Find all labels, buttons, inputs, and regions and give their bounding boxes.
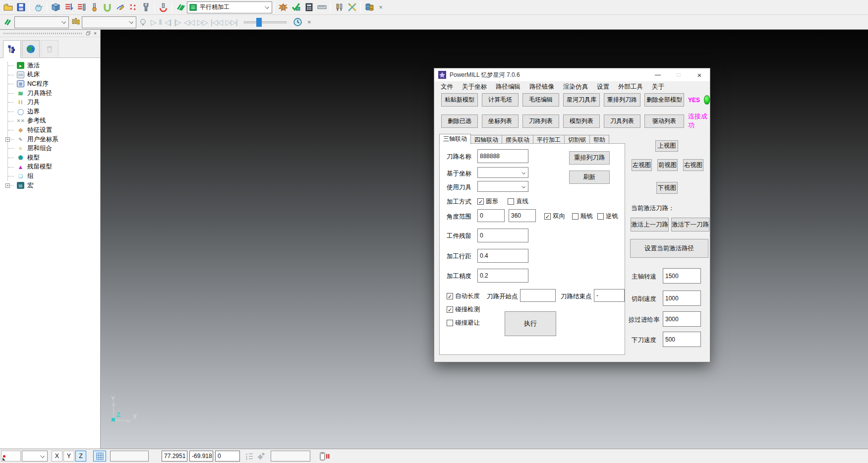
swap-axes-icon[interactable] — [346, 1, 358, 14]
toolpath-name-input[interactable]: 888888 — [477, 149, 528, 163]
refresh-button[interactable]: 刷新 — [569, 171, 610, 184]
panel-grip-handle[interactable] — [3, 33, 83, 34]
toolpath-list-button[interactable]: 刀路列表 — [522, 115, 559, 128]
step-back-icon[interactable]: ◁| — [163, 18, 173, 27]
collision-check-checkbox[interactable]: ✓碰撞检测 — [447, 305, 480, 314]
stock-edit-button[interactable]: 毛坯编辑 — [522, 93, 559, 107]
tool-holder-icon[interactable] — [139, 1, 152, 14]
feature-set-icon[interactable] — [126, 1, 139, 14]
view-front-button[interactable]: 前视图 — [657, 159, 678, 171]
tool-pair-icon[interactable] — [333, 1, 346, 14]
close-icon[interactable]: × — [689, 68, 710, 81]
cursor-y-field[interactable]: -69.918 — [189, 451, 213, 462]
nc-program-icon[interactable] — [75, 1, 88, 14]
model-list-button[interactable]: 模型列表 — [563, 115, 600, 128]
tree-item-nc-program[interactable]: ≣NC程序 — [5, 79, 100, 89]
minimize-icon[interactable]: — — [647, 68, 668, 81]
tree-item-boundaries[interactable]: ◯边界 — [5, 107, 100, 116]
marker-tool-button[interactable] — [1, 451, 21, 462]
mode-line-checkbox[interactable]: 直线 — [508, 197, 528, 206]
collision-check-icon[interactable] — [157, 1, 170, 14]
view-top-button[interactable]: 上视图 — [655, 140, 678, 152]
rearrange-toolpaths-button[interactable]: 重排列刀路 — [604, 93, 640, 107]
step-forward-icon[interactable]: |▷ — [173, 18, 182, 27]
status-combo[interactable] — [22, 451, 48, 462]
toolbar-close-icon[interactable]: × — [376, 2, 386, 12]
tree-item-tools[interactable]: ⌇⌇刀具 — [5, 98, 100, 107]
grid-snap-button[interactable] — [93, 451, 106, 462]
spindle-speed-input[interactable]: 1500 — [663, 268, 701, 284]
calculator-icon[interactable] — [302, 1, 315, 14]
tree-item-activate[interactable]: ▸激活 — [5, 61, 100, 70]
delete-selected-button[interactable]: 删除已选 — [441, 115, 478, 128]
block-icon[interactable] — [49, 1, 62, 14]
rearrange-toolpaths-button-2[interactable]: 重排列刀路 — [569, 151, 610, 165]
expand-icon[interactable]: + — [5, 137, 10, 142]
clock-icon[interactable] — [291, 16, 304, 29]
view-left-button[interactable]: 左视图 — [632, 159, 652, 171]
menu-path-mirror[interactable]: 路径镜像 — [525, 82, 559, 92]
climb-milling-checkbox[interactable]: 顺铣 — [572, 212, 593, 221]
fast-forward-icon[interactable]: ▷▷ — [196, 18, 209, 27]
menu-render-sim[interactable]: 渲染仿真 — [559, 82, 592, 92]
tree-item-reference-lines[interactable]: ✕✕参考线 — [5, 116, 100, 126]
stock-model-cylinders-icon[interactable] — [363, 1, 376, 14]
device-pause-icon[interactable] — [319, 452, 330, 461]
tree-item-stock-models[interactable]: ▲残留模型 — [5, 163, 100, 172]
end-point-input[interactable]: - — [594, 289, 625, 302]
calc-stock-button[interactable]: 计算毛坯 — [482, 93, 519, 107]
sim-toolpath-combo[interactable] — [14, 16, 69, 28]
menu-settings[interactable]: 设置 — [592, 82, 614, 92]
sim-speed-slider[interactable] — [244, 21, 287, 23]
tree-item-workplanes[interactable]: +✎用户坐标系 — [5, 135, 100, 144]
tree-item-macros[interactable]: +▤宏 — [5, 181, 100, 190]
xyz-list-icon[interactable]: xyz — [246, 452, 254, 460]
slider-handle[interactable] — [256, 18, 262, 27]
axis-z-button[interactable]: Z — [75, 451, 86, 462]
coord-list-button[interactable]: 坐标列表 — [482, 115, 519, 128]
cursor-x-field[interactable]: 77.2951 — [162, 451, 187, 462]
angle-from-input[interactable]: 0 — [477, 209, 505, 222]
toolpath-strategy-icon[interactable] — [62, 1, 75, 14]
go-to-start-icon[interactable]: |◁◁ — [209, 18, 224, 27]
angle-to-input[interactable]: 360 — [509, 209, 536, 222]
locate-crosshair-icon[interactable] — [257, 452, 265, 461]
tree-item-toolpaths[interactable]: ≋刀具路径 — [5, 89, 100, 98]
cutting-speed-input[interactable]: 1000 — [663, 290, 701, 306]
ruler-measure-icon[interactable] — [315, 1, 328, 14]
view-bottom-button[interactable]: 下视图 — [656, 182, 678, 194]
sim-tool-combo[interactable] — [82, 16, 136, 28]
collision-avoid-checkbox[interactable]: 碰撞避让 — [447, 319, 480, 327]
maximize-icon[interactable]: □ — [668, 68, 689, 81]
tree-item-feature-sets[interactable]: ◆特征设置 — [5, 125, 100, 135]
sim-toolbar-close-icon[interactable]: × — [304, 17, 314, 27]
panel-float-icon[interactable] — [85, 30, 92, 36]
mode-circle-checkbox[interactable]: ✓圆形 — [477, 197, 498, 206]
save-project-icon[interactable] — [14, 1, 27, 14]
tree-item-groups[interactable]: ❏组 — [5, 172, 100, 181]
plunge-speed-input[interactable]: 500 — [663, 332, 701, 347]
skim-feedrate-input[interactable]: 3000 — [663, 311, 701, 327]
boundary-icon[interactable] — [101, 1, 114, 14]
paste-new-model-button[interactable]: 粘贴新模型 — [441, 93, 478, 107]
expand-icon[interactable]: + — [5, 183, 10, 188]
tree-item-machine-tool[interactable]: ▭机床 — [5, 70, 100, 80]
activate-next-toolpath-button[interactable]: 激活下一刀路 — [671, 218, 709, 232]
tree-item-levels-sets[interactable]: ≡层和组合 — [5, 144, 100, 153]
direction-both-checkbox[interactable]: ✓双向 — [544, 212, 565, 221]
stepover-input[interactable]: 0.4 — [477, 249, 528, 263]
base-coord-combo[interactable] — [477, 167, 528, 178]
stock-remain-input[interactable]: 0 — [477, 229, 528, 242]
powermill-toolpath-icon[interactable] — [1, 16, 14, 29]
tab-recycle-bin[interactable] — [41, 40, 58, 57]
dialog-titlebar[interactable]: PowerMILL 忆梦星河 7.0.6 — □ × — [434, 68, 710, 81]
view-right-button[interactable]: 右视图 — [683, 159, 703, 171]
sim-tool-icon[interactable] — [69, 16, 82, 29]
conventional-milling-checkbox[interactable]: 逆铣 — [597, 212, 618, 221]
auto-length-checkbox[interactable]: ✓自动长度 — [447, 292, 480, 300]
pause-icon[interactable]: ‖ — [158, 18, 163, 26]
panel-close-icon[interactable]: × — [92, 30, 99, 36]
use-tool-combo[interactable] — [477, 181, 528, 192]
tab-3axis[interactable]: 三轴联动 — [439, 134, 471, 144]
open-project-icon[interactable] — [1, 1, 14, 14]
